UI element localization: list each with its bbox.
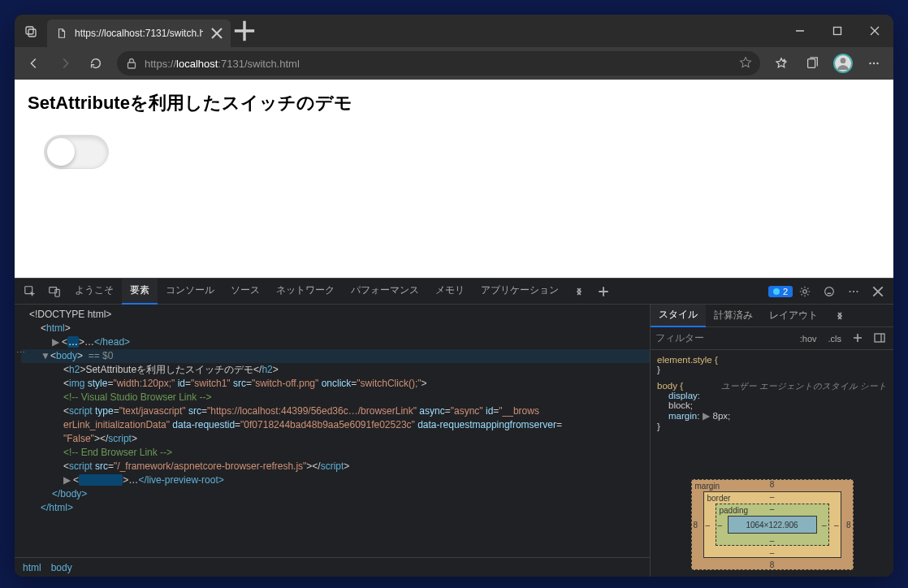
svg-point-15 xyxy=(853,290,854,292)
switch-knob xyxy=(47,138,75,166)
url-rest: :7131/switch.html xyxy=(218,58,299,70)
svg-point-8 xyxy=(876,63,878,64)
hov-toggle[interactable]: :hov xyxy=(797,332,820,345)
svg-point-7 xyxy=(873,63,875,64)
svg-rect-0 xyxy=(26,27,33,34)
svg-point-16 xyxy=(856,290,858,292)
styles-rules[interactable]: element.style { } ユーザー エージェントのスタイル シート b… xyxy=(651,350,893,473)
url-text: https://localhost:7131/switch.html xyxy=(145,58,733,70)
svg-point-5 xyxy=(841,58,846,63)
avatar-icon xyxy=(833,54,853,73)
styles-filter-bar: フィルター :hov .cls xyxy=(651,327,893,350)
cls-toggle[interactable]: .cls xyxy=(825,332,845,345)
favorites-button[interactable] xyxy=(767,50,796,76)
svg-rect-3 xyxy=(128,63,136,68)
svg-point-6 xyxy=(869,63,871,64)
address-bar[interactable]: https://localhost:7131/switch.html xyxy=(117,51,760,76)
page-heading: SetAttributeを利用したスイッチのデモ xyxy=(28,91,880,115)
close-window-button[interactable] xyxy=(856,15,893,47)
devtools-panel: ようこそ 要素 コンソール ソース ネットワーク パフォーマンス メモリ アプリ… xyxy=(15,278,893,577)
svg-point-12 xyxy=(803,289,806,292)
svg-point-13 xyxy=(825,287,834,296)
collections-button[interactable] xyxy=(798,50,827,76)
devtools-tabbar: ようこそ 要素 コンソール ソース ネットワーク パフォーマンス メモリ アプリ… xyxy=(15,279,893,305)
breadcrumbs: html body xyxy=(15,557,650,577)
devtools-tab-memory[interactable]: メモリ xyxy=(427,279,473,305)
crumb-html[interactable]: html xyxy=(23,562,41,573)
devtools-tab-elements[interactable]: 要素 xyxy=(122,279,158,305)
devtools-tab-console[interactable]: コンソール xyxy=(158,279,223,305)
new-tab-button[interactable] xyxy=(231,17,258,45)
svg-rect-17 xyxy=(875,334,884,342)
settings-more-button[interactable] xyxy=(859,50,889,76)
tab-close-button[interactable] xyxy=(210,26,224,41)
devtools-tab-sources[interactable]: ソース xyxy=(223,279,268,305)
elements-panel: <!DOCTYPE html> <html> ▶<…>…</head> ⋯▼<b… xyxy=(15,305,650,577)
lock-icon xyxy=(125,57,138,70)
devtools-tabs-more-button[interactable] xyxy=(567,279,591,304)
back-button[interactable] xyxy=(19,50,49,76)
styles-tab-layout[interactable]: レイアウト xyxy=(761,305,826,327)
minimize-button[interactable] xyxy=(781,15,819,47)
tab-actions-button[interactable] xyxy=(15,15,47,47)
page-content: SetAttributeを利用したスイッチのデモ xyxy=(15,80,893,278)
devtools-tab-performance[interactable]: パフォーマンス xyxy=(343,279,427,305)
styles-panel: スタイル 計算済み レイアウト フィルター :hov .cls element.… xyxy=(650,305,893,577)
devtools-tab-network[interactable]: ネットワーク xyxy=(268,279,343,305)
devtools-settings-button[interactable] xyxy=(793,279,817,304)
elements-tree[interactable]: <!DOCTYPE html> <html> ▶<…>…</head> ⋯▼<b… xyxy=(15,305,650,557)
svg-rect-2 xyxy=(834,28,841,35)
toolbar: https://localhost:7131/switch.html xyxy=(15,47,893,80)
browser-tab[interactable]: https://localhost:7131/switch.htm xyxy=(47,19,231,47)
issues-badge[interactable]: 2 xyxy=(768,286,793,297)
tab-title: https://localhost:7131/switch.htm xyxy=(75,28,203,39)
inspect-element-button[interactable] xyxy=(18,279,42,304)
styles-tab-computed[interactable]: 計算済み xyxy=(706,305,761,327)
maximize-button[interactable] xyxy=(819,15,856,47)
devtools-menu-button[interactable] xyxy=(841,279,866,304)
profile-button[interactable] xyxy=(828,50,858,76)
crumb-body[interactable]: body xyxy=(51,562,72,573)
new-style-rule-button[interactable] xyxy=(850,331,866,346)
styles-sidebar-toggle[interactable] xyxy=(871,331,889,346)
refresh-button[interactable] xyxy=(81,50,110,76)
ua-stylesheet-label: ユーザー エージェントのスタイル シート xyxy=(721,381,887,392)
styles-filter-input[interactable]: フィルター xyxy=(655,331,792,345)
devtools-close-button[interactable] xyxy=(866,279,890,304)
switch-toggle[interactable] xyxy=(44,135,109,169)
device-emulation-button[interactable] xyxy=(42,279,67,304)
forward-button[interactable] xyxy=(50,50,80,76)
url-prefix: https:// xyxy=(145,58,176,70)
devtools-tab-welcome[interactable]: ようこそ xyxy=(67,279,122,305)
svg-rect-1 xyxy=(28,29,36,37)
url-host: localhost xyxy=(176,58,218,70)
devtools-tab-application[interactable]: アプリケーション xyxy=(473,279,567,305)
devtools-new-tab-button[interactable] xyxy=(591,279,616,304)
styles-tabs: スタイル 計算済み レイアウト xyxy=(651,305,893,327)
styles-tabs-more[interactable] xyxy=(826,305,854,327)
star-icon[interactable] xyxy=(739,56,752,71)
titlebar: https://localhost:7131/switch.htm xyxy=(15,15,893,47)
styles-tab-styles[interactable]: スタイル xyxy=(651,305,706,327)
page-favicon-icon xyxy=(55,27,68,40)
browser-window: https://localhost:7131/switch.htm https:… xyxy=(15,15,893,577)
svg-rect-4 xyxy=(808,59,815,68)
box-model[interactable]: margin 8888 border –––– padding –––– 106… xyxy=(651,473,893,577)
box-model-content: 1064×122.906 xyxy=(728,516,817,534)
svg-point-14 xyxy=(849,290,850,292)
window-controls xyxy=(781,15,893,47)
devtools-feedback-button[interactable] xyxy=(817,279,841,304)
